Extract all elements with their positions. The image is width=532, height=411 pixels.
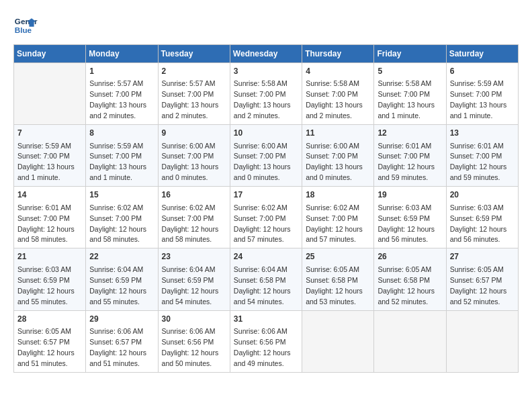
day-info: Sunrise: 6:02 AMSunset: 7:00 PMDaylight:… — [89, 203, 146, 244]
calendar-cell: 19Sunrise: 6:03 AMSunset: 6:59 PMDayligh… — [374, 187, 446, 248]
day-info: Sunrise: 6:05 AMSunset: 6:57 PMDaylight:… — [17, 327, 75, 367]
day-info: Sunrise: 5:57 AMSunset: 7:00 PMDaylight:… — [89, 79, 146, 120]
day-number: 11 — [306, 128, 370, 139]
day-number: 14 — [17, 189, 82, 201]
column-header-tuesday: Tuesday — [158, 45, 230, 63]
day-info: Sunrise: 5:58 AMSunset: 7:00 PMDaylight:… — [306, 79, 363, 120]
day-info: Sunrise: 6:06 AMSunset: 6:57 PMDaylight:… — [89, 327, 146, 367]
day-number: 22 — [89, 251, 154, 263]
day-info: Sunrise: 6:01 AMSunset: 7:00 PMDaylight:… — [378, 142, 435, 182]
calendar-week-5: 28Sunrise: 6:05 AMSunset: 6:57 PMDayligh… — [14, 310, 519, 372]
day-info: Sunrise: 6:02 AMSunset: 7:00 PMDaylight:… — [234, 203, 291, 244]
day-info: Sunrise: 6:00 AMSunset: 7:00 PMDaylight:… — [306, 142, 363, 182]
day-number: 9 — [162, 128, 226, 139]
day-info: Sunrise: 6:05 AMSunset: 6:57 PMDaylight:… — [450, 265, 507, 306]
day-number: 20 — [450, 189, 515, 201]
day-number: 28 — [17, 314, 82, 325]
day-number: 23 — [162, 251, 226, 263]
column-header-saturday: Saturday — [446, 45, 518, 63]
day-number: 1 — [89, 66, 154, 77]
day-number: 25 — [306, 251, 370, 263]
day-number: 7 — [17, 128, 82, 139]
day-info: Sunrise: 6:00 AMSunset: 7:00 PMDaylight:… — [234, 142, 291, 182]
day-info: Sunrise: 6:04 AMSunset: 6:58 PMDaylight:… — [234, 265, 291, 306]
day-number: 18 — [306, 189, 370, 201]
column-header-friday: Friday — [374, 45, 446, 63]
day-info: Sunrise: 5:58 AMSunset: 7:00 PMDaylight:… — [378, 79, 435, 120]
day-info: Sunrise: 6:03 AMSunset: 6:59 PMDaylight:… — [378, 203, 435, 244]
column-header-thursday: Thursday — [302, 45, 374, 63]
calendar-cell — [374, 310, 446, 372]
calendar-cell: 16Sunrise: 6:02 AMSunset: 7:00 PMDayligh… — [158, 187, 230, 248]
calendar-cell: 24Sunrise: 6:04 AMSunset: 6:58 PMDayligh… — [230, 248, 302, 310]
calendar-cell: 1Sunrise: 5:57 AMSunset: 7:00 PMDaylight… — [86, 63, 158, 125]
calendar-cell: 9Sunrise: 6:00 AMSunset: 7:00 PMDaylight… — [158, 125, 230, 187]
calendar-week-2: 7Sunrise: 5:59 AMSunset: 7:00 PMDaylight… — [14, 125, 519, 187]
day-number: 31 — [234, 314, 298, 325]
calendar-cell: 8Sunrise: 5:59 AMSunset: 7:00 PMDaylight… — [86, 125, 158, 187]
calendar-cell: 17Sunrise: 6:02 AMSunset: 7:00 PMDayligh… — [230, 187, 302, 248]
day-number: 15 — [89, 189, 154, 201]
day-number: 4 — [306, 66, 370, 77]
page-header: General Blue — [13, 13, 519, 38]
calendar-table: SundayMondayTuesdayWednesdayThursdayFrid… — [13, 44, 519, 373]
calendar-cell: 6Sunrise: 5:59 AMSunset: 7:00 PMDaylight… — [446, 63, 518, 125]
day-number: 3 — [234, 66, 298, 77]
day-info: Sunrise: 5:57 AMSunset: 7:00 PMDaylight:… — [162, 79, 219, 120]
day-info: Sunrise: 5:58 AMSunset: 7:00 PMDaylight:… — [234, 79, 291, 120]
day-number: 19 — [378, 189, 442, 201]
day-info: Sunrise: 6:02 AMSunset: 7:00 PMDaylight:… — [162, 203, 219, 244]
day-info: Sunrise: 6:06 AMSunset: 6:56 PMDaylight:… — [234, 327, 291, 367]
column-header-monday: Monday — [86, 45, 158, 63]
day-number: 29 — [89, 314, 154, 325]
calendar-cell: 30Sunrise: 6:06 AMSunset: 6:56 PMDayligh… — [158, 310, 230, 372]
day-info: Sunrise: 6:00 AMSunset: 7:00 PMDaylight:… — [162, 142, 219, 182]
day-number: 26 — [378, 251, 442, 263]
calendar-week-3: 14Sunrise: 6:01 AMSunset: 7:00 PMDayligh… — [14, 187, 519, 248]
day-number: 10 — [234, 128, 298, 139]
day-number: 16 — [162, 189, 226, 201]
calendar-cell: 2Sunrise: 5:57 AMSunset: 7:00 PMDaylight… — [158, 63, 230, 125]
day-info: Sunrise: 6:04 AMSunset: 6:59 PMDaylight:… — [89, 265, 146, 306]
calendar-cell: 3Sunrise: 5:58 AMSunset: 7:00 PMDaylight… — [230, 63, 302, 125]
calendar-cell: 14Sunrise: 6:01 AMSunset: 7:00 PMDayligh… — [14, 187, 86, 248]
calendar-cell: 5Sunrise: 5:58 AMSunset: 7:00 PMDaylight… — [374, 63, 446, 125]
calendar-cell: 27Sunrise: 6:05 AMSunset: 6:57 PMDayligh… — [446, 248, 518, 310]
day-info: Sunrise: 6:03 AMSunset: 6:59 PMDaylight:… — [450, 203, 507, 244]
calendar-cell: 21Sunrise: 6:03 AMSunset: 6:59 PMDayligh… — [14, 248, 86, 310]
day-number: 30 — [162, 314, 226, 325]
calendar-cell — [302, 310, 374, 372]
day-info: Sunrise: 6:01 AMSunset: 7:00 PMDaylight:… — [17, 203, 75, 244]
calendar-cell: 11Sunrise: 6:00 AMSunset: 7:00 PMDayligh… — [302, 125, 374, 187]
day-info: Sunrise: 6:05 AMSunset: 6:58 PMDaylight:… — [378, 265, 435, 306]
calendar-cell — [14, 63, 86, 125]
day-info: Sunrise: 6:02 AMSunset: 7:00 PMDaylight:… — [306, 203, 363, 244]
calendar-week-4: 21Sunrise: 6:03 AMSunset: 6:59 PMDayligh… — [14, 248, 519, 310]
day-number: 12 — [378, 128, 442, 139]
logo: General Blue — [13, 13, 38, 38]
logo-icon: General Blue — [13, 13, 38, 38]
day-number: 2 — [162, 66, 226, 77]
calendar-cell: 25Sunrise: 6:05 AMSunset: 6:58 PMDayligh… — [302, 248, 374, 310]
calendar-cell: 13Sunrise: 6:01 AMSunset: 7:00 PMDayligh… — [446, 125, 518, 187]
day-number: 21 — [17, 251, 82, 263]
day-info: Sunrise: 5:59 AMSunset: 7:00 PMDaylight:… — [89, 142, 146, 182]
column-header-wednesday: Wednesday — [230, 45, 302, 63]
day-info: Sunrise: 6:06 AMSunset: 6:56 PMDaylight:… — [162, 327, 219, 367]
calendar-cell: 7Sunrise: 5:59 AMSunset: 7:00 PMDaylight… — [14, 125, 86, 187]
day-info: Sunrise: 6:03 AMSunset: 6:59 PMDaylight:… — [17, 265, 75, 306]
day-number: 8 — [89, 128, 154, 139]
calendar-cell: 18Sunrise: 6:02 AMSunset: 7:00 PMDayligh… — [302, 187, 374, 248]
calendar-cell: 28Sunrise: 6:05 AMSunset: 6:57 PMDayligh… — [14, 310, 86, 372]
calendar-cell: 29Sunrise: 6:06 AMSunset: 6:57 PMDayligh… — [86, 310, 158, 372]
calendar-cell: 31Sunrise: 6:06 AMSunset: 6:56 PMDayligh… — [230, 310, 302, 372]
day-info: Sunrise: 5:59 AMSunset: 7:00 PMDaylight:… — [450, 79, 507, 120]
calendar-cell: 23Sunrise: 6:04 AMSunset: 6:59 PMDayligh… — [158, 248, 230, 310]
calendar-body: 1Sunrise: 5:57 AMSunset: 7:00 PMDaylight… — [14, 63, 519, 373]
calendar-week-1: 1Sunrise: 5:57 AMSunset: 7:00 PMDaylight… — [14, 63, 519, 125]
calendar-cell: 22Sunrise: 6:04 AMSunset: 6:59 PMDayligh… — [86, 248, 158, 310]
day-number: 6 — [450, 66, 515, 77]
calendar-cell — [446, 310, 518, 372]
day-info: Sunrise: 6:05 AMSunset: 6:58 PMDaylight:… — [306, 265, 363, 306]
day-number: 17 — [234, 189, 298, 201]
